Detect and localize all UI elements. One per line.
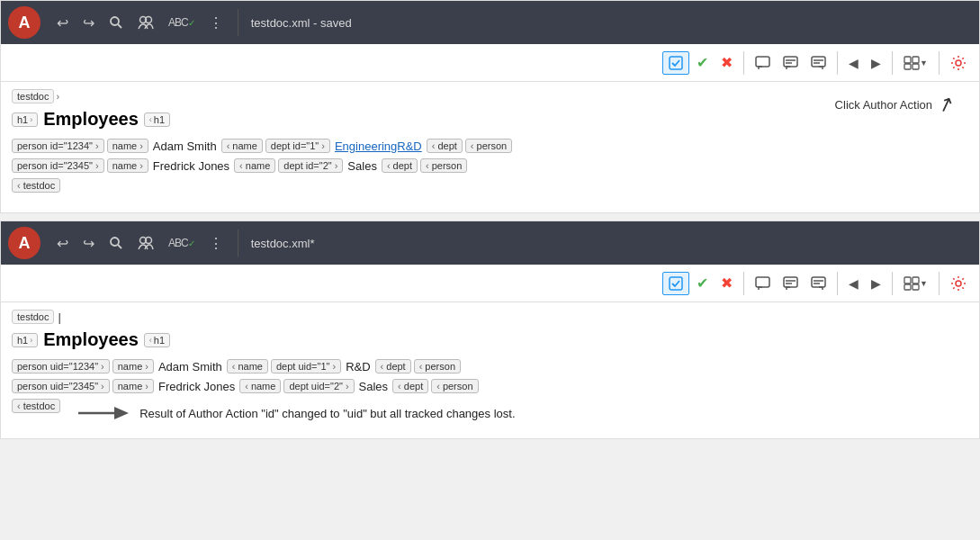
xml-row-4: person uid="2345" name Fredrick Jones na… [12,379,968,393]
name-close-4[interactable]: name [239,379,281,393]
svg-rect-10 [904,64,911,69]
svg-rect-4 [670,57,682,69]
accept-button-2[interactable]: ✔ [691,271,714,295]
person-tag-1[interactable]: person id="1234" [12,139,104,153]
dept-close-2[interactable]: dept [382,158,418,173]
breadcrumb-item-testdoc[interactable]: testdoc › [12,89,59,104]
name-open-2[interactable]: name [107,158,148,173]
dept-tag-3[interactable]: dept uid="1" [271,359,341,374]
search-button[interactable] [103,12,129,33]
breadcrumb-item-testdoc-2[interactable]: testdoc | [12,310,61,324]
testdoc-close-row-2: testdoc [12,399,60,413]
view-button-2[interactable]: ▼ [898,273,933,294]
view-dropdown-icon-2: ▼ [920,279,928,288]
svg-line-1 [118,24,121,28]
track-changes-button-2[interactable] [662,272,689,295]
file-title-1: testdoc.xml - saved [251,16,352,30]
toolbar-separator [238,9,238,36]
accept-button[interactable]: ✔ [691,50,714,75]
dept-close-3[interactable]: dept [375,359,411,374]
toolbar-2: A ↩ ↪ ABC✓ ⋮ testdoc.xml* [1,221,979,265]
result-arrow-svg [78,402,132,424]
xml-row-1: person id="1234" name Adam Smith name de… [12,139,512,153]
name-close-2[interactable]: name [234,158,275,173]
person-tag-3[interactable]: person uid="1234" [12,359,110,374]
svg-rect-20 [812,277,825,287]
name-value-2: Fredrick Jones [151,159,231,173]
logo-button[interactable]: A [8,6,40,39]
toolbar-separator-2 [238,230,238,256]
person-close-3[interactable]: person [414,359,461,374]
svg-point-13 [111,238,119,246]
nav-back-button-2[interactable]: ◀ [843,273,864,294]
view-button[interactable]: ▼ [898,52,933,74]
breadcrumb-cursor: | [58,310,60,324]
multiuser-button[interactable] [132,12,159,33]
name-open-1[interactable]: name [107,139,148,153]
view-dropdown-icon: ▼ [920,58,928,68]
name-open-4[interactable]: name [112,379,154,393]
comment-button-2[interactable] [778,52,804,74]
person-tag-4[interactable]: person uid="2345" [12,379,110,393]
settings-button[interactable] [945,51,972,75]
nav-back-button[interactable]: ◀ [843,52,864,74]
comment-button-5[interactable] [778,273,804,294]
nav-forward-button-2[interactable]: ▶ [866,273,886,294]
svg-rect-18 [756,277,769,287]
person-close-2[interactable]: person [420,158,467,173]
h1-line-2: h1 › Employees ‹ h1 [12,329,968,350]
dept-tag-1[interactable]: dept id="1" [265,139,330,153]
more-menu-button[interactable]: ⋮ [203,11,229,35]
more-menu-button-2[interactable]: ⋮ [203,231,229,256]
reject-icon: ✖ [721,54,733,71]
search-button-2[interactable] [103,232,129,254]
breadcrumb-testdoc-tag-2: testdoc [12,310,54,324]
undo-button-2[interactable]: ↩ [51,231,74,256]
nav-forward-button[interactable]: ▶ [866,52,886,74]
dept-tag-4[interactable]: dept uid="2" [283,379,354,393]
name-close-3[interactable]: name [227,359,268,374]
logo-button-2[interactable]: A [8,227,40,259]
nav-forward-icon: ▶ [871,56,881,70]
comment-button-6[interactable] [805,273,832,294]
author-action-label: Click Author Action ↗ [835,93,954,116]
breadcrumb-2: testdoc | [12,310,968,324]
person-close-4[interactable]: person [431,379,478,393]
svg-rect-23 [904,284,911,290]
spellcheck-button-2[interactable]: ABC✓ [163,233,200,253]
comment-button-4[interactable] [750,273,776,294]
spellcheck-button[interactable]: ABC✓ [163,13,200,32]
testdoc-close-tag[interactable]: testdoc [12,178,60,193]
h1-open-tag-2: h1 › [12,333,38,347]
result-row: Result of Author Action "id" changed to … [71,402,515,424]
xml-row-3: person uid="1234" name Adam Smith name d… [12,359,968,374]
name-open-3[interactable]: name [112,359,154,374]
person-tag-2[interactable]: person id="2345" [12,158,104,173]
secondary-toolbar-1: ✔ ✖ ◀ ▶ [1,44,979,82]
redo-button-2[interactable]: ↪ [77,231,100,256]
content-area-1: testdoc › h1 › Employees ‹ h1 [1,82,979,212]
track-changes-button[interactable] [662,51,689,75]
comment-button-1[interactable] [750,52,776,74]
svg-rect-17 [670,277,682,290]
svg-marker-27 [114,407,129,419]
dept-close-4[interactable]: dept [392,379,428,393]
comment-button-3[interactable] [805,52,832,74]
settings-button-2[interactable] [945,272,972,295]
person-close-1[interactable]: person [465,139,512,153]
redo-button[interactable]: ↪ [77,11,100,35]
content-area-2: testdoc | h1 › Employees ‹ h1 person uid… [1,302,979,438]
dept-value-1[interactable]: EngineeringR&D [333,140,424,153]
undo-button[interactable]: ↩ [51,11,74,35]
dept-tag-2[interactable]: dept id="2" [278,158,343,173]
multiuser-button-2[interactable] [132,232,159,254]
testdoc-close-tag-2[interactable]: testdoc [12,399,60,413]
sec-separator-2 [837,51,838,75]
sec-separator-7 [892,272,893,295]
reject-button-2[interactable]: ✖ [715,271,738,295]
dept-close-1[interactable]: dept [427,139,463,153]
name-close-1[interactable]: name [221,139,263,153]
dept-value-2: Sales [346,159,379,173]
panel-1: A ↩ ↪ ABC✓ ⋮ testdoc.xml - saved [0,0,980,213]
reject-button[interactable]: ✖ [715,50,738,75]
